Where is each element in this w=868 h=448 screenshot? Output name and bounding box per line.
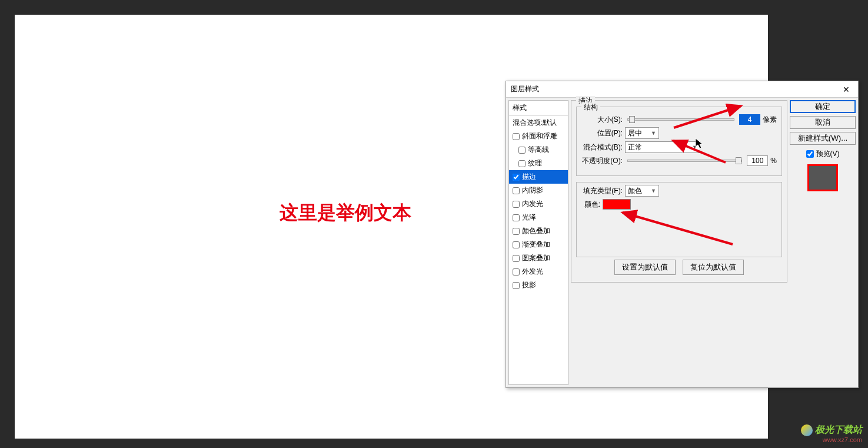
styles-list: 样式 混合选项:默认 斜面和浮雕等高线纹理描边内阴影内发光光泽颜色叠加渐变叠加图… (508, 100, 568, 385)
position-label: 位置(P): (581, 128, 623, 138)
size-unit: 像素 (763, 115, 777, 125)
cursor-pointer-icon (696, 138, 705, 150)
opacity-input[interactable] (747, 155, 768, 166)
style-item-inner_shadow[interactable]: 内阴影 (509, 184, 568, 197)
blendmode-select[interactable]: 正常▼ (625, 141, 700, 153)
style-label-stroke: 描边 (522, 172, 536, 182)
style-checkbox-contour[interactable] (518, 147, 526, 154)
color-swatch[interactable] (603, 199, 631, 210)
position-row: 位置(P): 居中▼ (581, 127, 777, 139)
style-item-texture[interactable]: 纹理 (509, 157, 568, 170)
style-checkbox-texture[interactable] (518, 160, 526, 167)
watermark-line1: 极光下载站 (815, 424, 862, 434)
opacity-row: 不透明度(O): % (581, 155, 777, 166)
style-checkbox-satin[interactable] (513, 214, 520, 221)
style-item-drop_shadow[interactable]: 投影 (509, 278, 568, 292)
size-input[interactable] (739, 114, 760, 125)
structure-label: 结构 (581, 102, 600, 112)
style-label-color_overlay: 颜色叠加 (522, 226, 550, 236)
watermark-logo-icon (801, 424, 813, 436)
size-row: 大小(S): 像素 (581, 114, 777, 125)
reset-default-button[interactable]: 复位为默认值 (683, 260, 744, 275)
style-item-contour[interactable]: 等高线 (509, 143, 568, 157)
set-default-button[interactable]: 设置为默认值 (614, 260, 676, 275)
style-checkbox-bevel[interactable] (513, 133, 520, 140)
watermark: 极光下载站 www.xz7.com (801, 424, 862, 443)
ok-button[interactable]: 确定 (790, 100, 856, 113)
styles-header: 样式 (509, 101, 568, 116)
layer-style-dialog: 图层样式 ✕ 样式 混合选项:默认 斜面和浮雕等高线纹理描边内阴影内发光光泽颜色… (505, 81, 859, 388)
style-item-color_overlay[interactable]: 颜色叠加 (509, 224, 568, 238)
style-item-bevel[interactable]: 斜面和浮雕 (509, 130, 568, 143)
position-select[interactable]: 居中▼ (625, 127, 659, 139)
chevron-down-icon: ▼ (651, 188, 656, 194)
filltype-label: 填充类型(F): (581, 186, 623, 196)
color-row: 颜色: (581, 199, 777, 210)
close-icon: ✕ (843, 85, 850, 94)
style-checkbox-drop_shadow[interactable] (513, 282, 520, 289)
style-item-grad_overlay[interactable]: 渐变叠加 (509, 238, 568, 251)
style-checkbox-color_overlay[interactable] (513, 228, 520, 235)
preview-label: 预览(V) (816, 149, 840, 159)
style-checkbox-pat_overlay[interactable] (513, 255, 520, 262)
dialog-title: 图层样式 (511, 84, 834, 94)
filltype-select[interactable]: 颜色▼ (625, 185, 659, 197)
size-label: 大小(S): (581, 115, 623, 125)
watermark-line2: www.xz7.com (801, 436, 862, 443)
style-label-texture: 纹理 (528, 158, 542, 168)
style-item-pat_overlay[interactable]: 图案叠加 (509, 251, 568, 265)
style-item-inner_glow[interactable]: 内发光 (509, 197, 568, 211)
style-label-outer_glow: 外发光 (522, 267, 543, 277)
stroke-settings: 描边 结构 大小(S): 像素 位置(P): 居中▼ (571, 100, 787, 385)
style-item-stroke[interactable]: 描边 (509, 170, 568, 184)
blend-options-row[interactable]: 混合选项:默认 (509, 116, 568, 130)
style-label-contour: 等高线 (528, 145, 549, 155)
style-label-grad_overlay: 渐变叠加 (522, 240, 550, 250)
style-item-outer_glow[interactable]: 外发光 (509, 265, 568, 278)
preview-row: 预览(V) (790, 149, 856, 159)
style-checkbox-inner_glow[interactable] (513, 201, 520, 208)
size-slider[interactable] (627, 118, 734, 121)
style-checkbox-inner_shadow[interactable] (513, 187, 520, 194)
defaults-row: 设置为默认值 复位为默认值 (576, 260, 782, 275)
sample-text-layer: 这里是举例文本 (280, 200, 411, 226)
style-label-inner_shadow: 内阴影 (522, 185, 543, 195)
color-label: 颜色: (581, 200, 600, 210)
fill-fieldset: 填充类型(F): 颜色▼ 颜色: (576, 182, 782, 257)
style-label-drop_shadow: 投影 (522, 280, 536, 290)
dialog-titlebar[interactable]: 图层样式 ✕ (506, 81, 858, 98)
structure-fieldset: 结构 大小(S): 像素 位置(P): 居中▼ 混合模式(B) (576, 107, 782, 176)
stroke-fieldset: 描边 结构 大小(S): 像素 位置(P): 居中▼ (571, 100, 787, 283)
preview-swatch (807, 164, 838, 191)
style-label-inner_glow: 内发光 (522, 199, 543, 209)
blendmode-row: 混合模式(B): 正常▼ (581, 141, 777, 153)
style-label-bevel: 斜面和浮雕 (522, 131, 557, 141)
new-style-button[interactable]: 新建样式(W)... (790, 132, 856, 145)
dialog-buttons: 确定 取消 新建样式(W)... 预览(V) (790, 100, 856, 385)
filltype-row: 填充类型(F): 颜色▼ (581, 185, 777, 197)
style-label-pat_overlay: 图案叠加 (522, 253, 550, 263)
opacity-unit: % (770, 157, 777, 165)
opacity-slider[interactable] (627, 160, 742, 162)
style-checkbox-stroke[interactable] (513, 174, 520, 181)
style-item-satin[interactable]: 光泽 (509, 211, 568, 224)
svg-marker-4 (696, 138, 703, 148)
style-checkbox-outer_glow[interactable] (513, 268, 520, 276)
preview-checkbox[interactable] (806, 150, 814, 158)
close-button[interactable]: ✕ (834, 81, 858, 98)
blendmode-label: 混合模式(B): (581, 142, 623, 152)
style-checkbox-grad_overlay[interactable] (513, 241, 520, 248)
cancel-button[interactable]: 取消 (790, 116, 856, 129)
opacity-label: 不透明度(O): (581, 156, 623, 166)
style-label-satin: 光泽 (522, 213, 536, 223)
chevron-down-icon: ▼ (651, 130, 656, 136)
